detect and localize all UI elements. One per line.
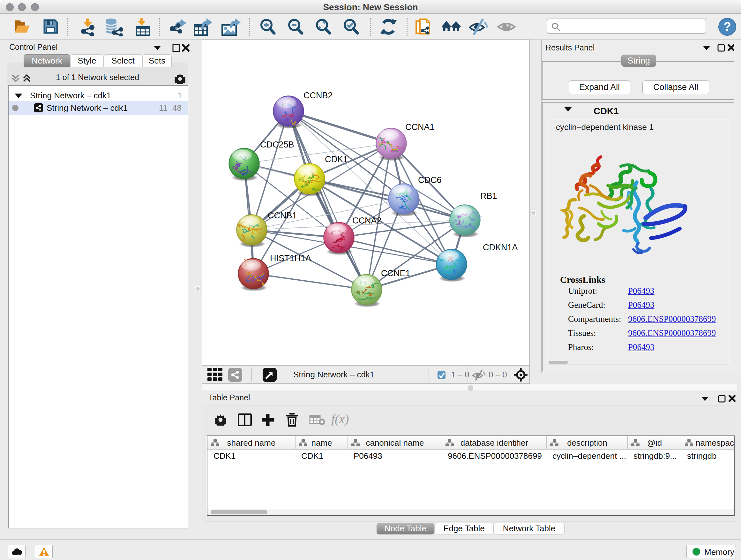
svg-text:CCNB2: CCNB2	[304, 91, 333, 100]
svg-text:CCNE1: CCNE1	[381, 268, 410, 278]
svg-text:CDC25B: CDC25B	[260, 140, 294, 149]
svg-text:CDKN1A: CDKN1A	[483, 243, 518, 252]
svg-text:?: ?	[724, 20, 731, 33]
svg-text:RB1: RB1	[480, 191, 497, 201]
svg-text:CDC6: CDC6	[418, 175, 442, 185]
svg-text:CCNB1: CCNB1	[268, 211, 297, 220]
svg-text:CCNA2: CCNA2	[352, 216, 382, 226]
svg-text:CDK1: CDK1	[325, 154, 348, 164]
svg-text:CCNA1: CCNA1	[405, 122, 434, 132]
svg-text:HIST1H1A: HIST1H1A	[270, 253, 311, 263]
